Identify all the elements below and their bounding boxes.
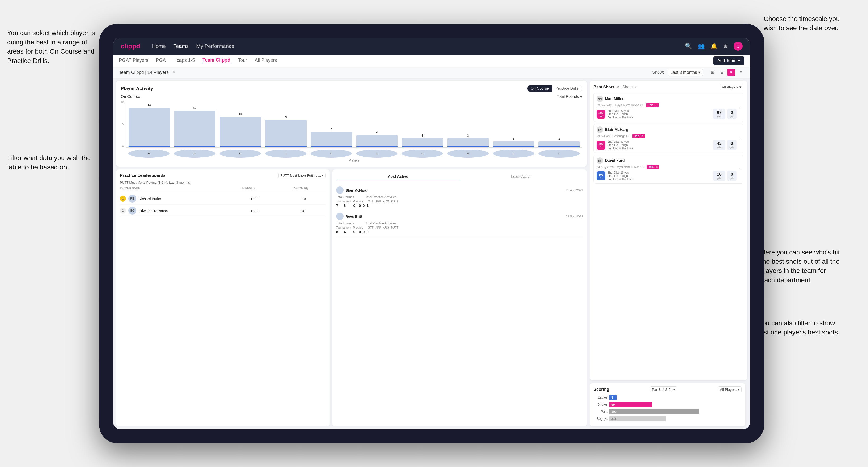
top-nav: clippd Home Teams My Performance 🔍 👥 🔔 ⊕… bbox=[113, 38, 750, 55]
scoring-val-bogeys: 315 bbox=[611, 417, 617, 421]
active-player-2: Rees Britt 02 Sep 2023 Total Rounds Tota… bbox=[336, 210, 583, 236]
nav-links: Home Teams My Performance bbox=[152, 43, 234, 49]
scoring-label-eagles: Eagles bbox=[593, 396, 608, 399]
practice-leaderboards-card: Practice Leaderboards PUTT Must Make Put… bbox=[116, 169, 330, 427]
sub-nav-pga[interactable]: PGA bbox=[156, 58, 166, 64]
sub-nav-tour[interactable]: Tour bbox=[238, 58, 247, 64]
team-title: Team Clippd | 14 Players bbox=[119, 70, 168, 75]
least-active-tab[interactable]: Least Active bbox=[460, 173, 583, 181]
active-name-2: Rees Britt bbox=[346, 214, 362, 218]
search-icon[interactable]: 🔍 bbox=[685, 43, 692, 50]
sub-nav-team-clippd[interactable]: Team Clippd bbox=[203, 57, 230, 64]
bar-group-2: 10 bbox=[220, 113, 261, 148]
bar-avatar-8: E bbox=[493, 150, 534, 158]
scoring-header: Scoring Par 3, 4 & 5s ▾ All Players ▾ bbox=[593, 386, 742, 393]
scoring-bar-birdies: Birdies 96 bbox=[593, 402, 742, 407]
best-shots-card: Best Shots All Shots ▾ All Players ▾ MM … bbox=[590, 81, 747, 380]
user-avatar[interactable]: U bbox=[734, 42, 743, 51]
bar-3 bbox=[265, 120, 306, 148]
shot-entry-3: DF David Ford 24 Aug 2023 Royal North De… bbox=[593, 155, 743, 184]
bar-1 bbox=[174, 111, 215, 148]
grid-view-icon[interactable]: ⊞ bbox=[709, 69, 716, 76]
sub-nav: PGAT Players PGA Hcaps 1-5 Team Clippd T… bbox=[113, 55, 750, 67]
active-avatar-2 bbox=[336, 213, 344, 220]
chart-dropdown[interactable]: Total Rounds ▾ bbox=[557, 95, 582, 99]
active-toggle: Most Active Least Active bbox=[336, 173, 583, 181]
bar-group-9: 2 bbox=[538, 137, 580, 148]
edit-icon[interactable]: ✎ bbox=[173, 70, 176, 74]
active-sub-values-2: 8 4 0 0 0 0 bbox=[336, 230, 583, 234]
shot-dist-1: 67 yds bbox=[713, 109, 725, 119]
scoring-label-bogeys: Bogeys bbox=[593, 417, 608, 421]
shot-info-2: Shot Dist: 43 yds Start Lie: Rough End L… bbox=[607, 140, 711, 150]
list-view-icon[interactable]: ⊟ bbox=[718, 69, 725, 76]
shot-chevron-2[interactable]: › bbox=[739, 136, 740, 141]
chart-section-label: On Course bbox=[121, 94, 140, 99]
scoring-bar-eagles: Eagles 3 bbox=[593, 395, 742, 400]
show-label: Show: bbox=[652, 70, 664, 75]
sub-nav-all-players[interactable]: All Players bbox=[255, 58, 277, 64]
bottom-row: Practice Leaderboards PUTT Must Make Put… bbox=[116, 169, 587, 427]
shot-dist-3: 16 yds bbox=[713, 170, 725, 181]
player-activity-title: Player Activity bbox=[121, 86, 153, 91]
tablet-device: clippd Home Teams My Performance 🔍 👥 🔔 ⊕… bbox=[99, 24, 764, 443]
sub-nav-pgat[interactable]: PGAT Players bbox=[119, 58, 148, 64]
active-player-1-header: Blair McHarg 26 Aug 2023 bbox=[336, 186, 583, 194]
shot-chevron-3[interactable]: › bbox=[739, 167, 740, 172]
add-icon[interactable]: ⊕ bbox=[723, 43, 728, 50]
player-pb-butler: 19/20 bbox=[232, 197, 278, 201]
shot-entry-1-left: MM Matt Miller 09 Jun 2023 Royal North D… bbox=[596, 96, 737, 119]
nav-icons: 🔍 👥 🔔 ⊕ U bbox=[685, 42, 743, 51]
active-player-1: Blair McHarg 26 Aug 2023 Total Rounds To… bbox=[336, 184, 583, 210]
practice-drills-tab[interactable]: Practice Drills bbox=[552, 85, 582, 92]
shot-chevron-1[interactable]: › bbox=[739, 105, 740, 110]
best-shots-tab[interactable]: Best Shots bbox=[593, 85, 614, 89]
shot-zero-3: 0 yds bbox=[727, 170, 737, 181]
x-axis-label: Players bbox=[126, 158, 582, 162]
scoring-bar-fill-birdies: 96 bbox=[610, 402, 652, 407]
bar-avatar-3: J bbox=[265, 150, 306, 158]
bar-avatar-0: B bbox=[128, 150, 169, 158]
view-icons: ⊞ ⊟ ♥ ≡ bbox=[709, 69, 744, 76]
bell-icon[interactable]: 🔔 bbox=[710, 43, 717, 50]
y-axis: 0510 bbox=[121, 100, 125, 148]
most-active-tab[interactable]: Most Active bbox=[336, 173, 460, 181]
bar-avatar-7: M bbox=[447, 150, 489, 158]
scoring-val-eagles: 3 bbox=[611, 396, 613, 399]
show-dropdown[interactable]: Last 3 months ▾ bbox=[668, 69, 703, 76]
nav-link-teams[interactable]: Teams bbox=[173, 43, 189, 49]
all-players-dropdown[interactable]: All Players ▾ bbox=[720, 84, 743, 90]
heart-view-icon[interactable]: ♥ bbox=[727, 69, 735, 76]
add-team-button[interactable]: Add Team + bbox=[713, 56, 744, 65]
users-icon[interactable]: 👥 bbox=[698, 43, 705, 50]
bar-avatar-2: D bbox=[220, 150, 261, 158]
shot-entry-3-left: DF David Ford 24 Aug 2023 Royal North De… bbox=[596, 157, 737, 181]
shot-player-row-2: BM Blair McHarg bbox=[596, 126, 737, 133]
shot-hole-2: Hole 15 bbox=[632, 134, 645, 138]
active-sub-labels-1: Tournament Practice GTT APP ARG PUTT bbox=[336, 200, 583, 203]
shot-player-name-1: Matt Miller bbox=[605, 97, 624, 101]
all-shots-tab[interactable]: All Shots bbox=[617, 85, 632, 89]
shot-course-2: Ashridge GC bbox=[614, 134, 630, 138]
shot-avatar-2: BM bbox=[596, 126, 603, 133]
practice-row-1: 1 RB Richard Butler 19/20 110 bbox=[120, 193, 326, 205]
bar-group-0: 13 bbox=[129, 103, 170, 148]
scoring-players-dropdown[interactable]: All Players ▾ bbox=[718, 386, 742, 393]
nav-link-my-performance[interactable]: My Performance bbox=[196, 43, 234, 49]
shot-sg-2: 200 SG bbox=[596, 141, 606, 150]
table-view-icon[interactable]: ≡ bbox=[737, 69, 744, 76]
shot-entry-1: MM Matt Miller 09 Jun 2023 Royal North D… bbox=[593, 93, 743, 122]
shots-dropdown-arrow[interactable]: ▾ bbox=[635, 85, 637, 89]
bar-group-6: 3 bbox=[402, 134, 443, 148]
nav-link-home[interactable]: Home bbox=[152, 43, 166, 49]
shot-info-3: Shot Dist: 16 yds Start Lie: Rough End L… bbox=[607, 171, 711, 181]
main-content: Player Activity On Course Practice Drill… bbox=[113, 78, 750, 429]
shot-player-name-2: Blair McHarg bbox=[605, 128, 628, 132]
bar-avatar-5: G bbox=[356, 150, 398, 158]
sub-nav-hcaps[interactable]: Hcaps 1-5 bbox=[173, 58, 195, 64]
on-course-tab[interactable]: On Course bbox=[527, 85, 552, 92]
practice-dropdown[interactable]: PUTT Must Make Putting ... ▾ bbox=[278, 173, 326, 178]
scoring-par-dropdown[interactable]: Par 3, 4 & 5s ▾ bbox=[650, 386, 677, 393]
shot-details-3: 24 Aug 2023 Royal North Devon GC Hole 15 bbox=[596, 165, 737, 169]
best-shots-header: Best Shots All Shots ▾ All Players ▾ bbox=[593, 84, 743, 90]
